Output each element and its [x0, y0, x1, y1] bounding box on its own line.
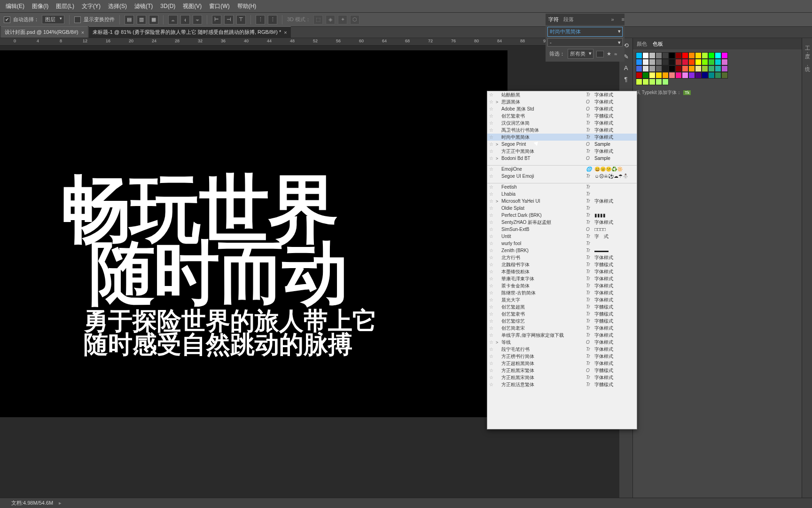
- menu-icon[interactable]: ≡: [622, 16, 625, 22]
- favorite-star-icon[interactable]: ☆: [489, 198, 496, 204]
- close-icon[interactable]: ×: [81, 30, 84, 35]
- font-list-item[interactable]: ☆SentyZHAO 新蒂赵孟頫Tr字体样式: [487, 219, 637, 226]
- font-list-item[interactable]: ☆>思源黑体O字体样式: [487, 98, 637, 105]
- favorite-star-icon[interactable]: ☆: [489, 142, 496, 147]
- menu-image[interactable]: 图像(I): [28, 2, 52, 10]
- align-icon[interactable]: ▤: [125, 15, 134, 24]
- favorite-star-icon[interactable]: ☆: [489, 127, 496, 133]
- font-list-item[interactable]: ☆>等线O字体样式: [487, 339, 637, 346]
- font-list-item[interactable]: ☆Adobe 黑体 StdO字体样式: [487, 105, 637, 112]
- font-list-item[interactable]: ☆段宁毛笔行书Tr字体样式: [487, 346, 637, 353]
- font-list-item[interactable]: ☆站酷酷黑Tr字体样式: [487, 91, 637, 98]
- font-list-item[interactable]: ☆创艺繁超黑Tr字體樣式: [487, 303, 637, 310]
- favorite-star-icon[interactable]: ☆: [489, 269, 496, 274]
- favorite-star-icon[interactable]: ☆: [489, 113, 496, 119]
- favorite-star-icon[interactable]: ☆: [489, 184, 496, 190]
- swatch[interactable]: [702, 52, 708, 59]
- auto-select-checkbox[interactable]: ✔: [4, 16, 10, 23]
- character-tab[interactable]: 字符: [548, 16, 559, 23]
- font-list-item[interactable]: ☆北方行书Tr字体样式: [487, 254, 637, 261]
- favorite-star-icon[interactable]: ☆: [489, 368, 496, 373]
- favorite-star-icon[interactable]: ☆: [489, 135, 496, 140]
- font-list-item[interactable]: ☆FeetishTr: [487, 183, 637, 190]
- align-top-icon[interactable]: ⫠: [168, 15, 178, 24]
- favorite-icon[interactable]: ★: [607, 51, 611, 57]
- favorite-star-icon[interactable]: ☆: [489, 297, 496, 302]
- font-list-item[interactable]: ☆Oldie SplatTr: [487, 205, 637, 212]
- filter-dropdown[interactable]: 所有类: [568, 49, 593, 59]
- favorite-star-icon[interactable]: ☆: [489, 290, 496, 295]
- menu-3d[interactable]: 3D(D): [156, 3, 179, 9]
- font-list-item[interactable]: ☆方正粗活意繁体Tr字體樣式: [487, 381, 637, 388]
- collapse-icon[interactable]: »: [611, 16, 614, 22]
- filter-icon[interactable]: [596, 51, 604, 57]
- font-list-item[interactable]: ☆汉仪润艺体简Tr字体样式: [487, 119, 637, 127]
- swatch[interactable]: [675, 52, 682, 59]
- favorite-star-icon[interactable]: ☆: [489, 325, 496, 331]
- font-list-item[interactable]: ☆LhabiaTr: [487, 190, 637, 198]
- favorite-star-icon[interactable]: ☆: [489, 347, 496, 352]
- font-list-item[interactable]: ☆>Bodoni Bd BTOSample: [487, 155, 637, 162]
- font-list-item[interactable]: ☆Perfect Dark (BRK)Tr▮▮▮▮: [487, 212, 637, 219]
- font-list-item[interactable]: ☆北魏楷书字体Tr字體樣式: [487, 261, 637, 268]
- swatch[interactable]: [636, 52, 642, 59]
- font-list-item[interactable]: ☆创艺繁隶书Tr字體樣式: [487, 112, 637, 119]
- collapsed-tab[interactable]: 度：: [802, 46, 812, 58]
- font-list-item[interactable]: ☆方正粗黑宋繁体O字體樣式: [487, 367, 637, 374]
- favorite-star-icon[interactable]: ☆: [489, 361, 496, 366]
- favorite-star-icon[interactable]: ☆: [489, 234, 496, 239]
- font-list-item[interactable]: ☆创艺繁隶书Tr字體樣式: [487, 310, 637, 318]
- distribute-icon[interactable]: ⋮: [256, 15, 265, 24]
- swatch[interactable]: [682, 52, 688, 59]
- swatch[interactable]: [656, 52, 662, 59]
- favorite-star-icon[interactable]: ☆: [489, 241, 496, 246]
- swatch[interactable]: [642, 52, 649, 59]
- font-list-item[interactable]: ☆wurly foolTr: [487, 240, 637, 247]
- swatches-tab[interactable]: 色板: [653, 40, 663, 48]
- favorite-star-icon[interactable]: ☆: [489, 354, 496, 359]
- favorite-star-icon[interactable]: ☆: [489, 262, 496, 267]
- artboard[interactable]: 畅玩世界 随时而动 勇于探险世界的旅人带上它 随时感受自然跳动的脉搏: [0, 50, 508, 417]
- favorite-star-icon[interactable]: ☆: [489, 156, 496, 161]
- font-style-dropdown[interactable]: -: [547, 38, 623, 47]
- menu-select[interactable]: 选择(S): [104, 2, 131, 10]
- paragraph-tab[interactable]: 段落: [563, 16, 574, 23]
- color-tab[interactable]: 颜色: [637, 40, 647, 48]
- font-list-item[interactable]: ☆方正粗黑宋简体Tr字体样式: [487, 374, 637, 381]
- swatch[interactable]: [669, 52, 675, 59]
- expand-icon[interactable]: >: [496, 156, 500, 161]
- font-list-item[interactable]: ☆创艺简老宋Tr字体样式: [487, 325, 637, 332]
- font-list-item[interactable]: ☆茶卡食金简体Tr字体样式: [487, 282, 637, 289]
- font-list-item[interactable]: ☆方正超粗黑简体Tr字体样式: [487, 360, 637, 367]
- headline-1[interactable]: 畅玩世界: [61, 175, 337, 243]
- menu-view[interactable]: 视图(V): [179, 2, 205, 10]
- document-tab[interactable]: 未标题-1 @ 81% (勇于探险世界的旅人带上它 随时感受自然跳动的脉搏, R…: [89, 26, 291, 38]
- font-list-item[interactable]: ☆SimSun-ExtBO□□□□: [487, 226, 637, 233]
- menu-help[interactable]: 帮助(H): [234, 2, 260, 10]
- align-bottom-icon[interactable]: ⫟: [193, 15, 202, 24]
- collapsed-tab[interactable]: 工: [802, 38, 812, 46]
- favorite-star-icon[interactable]: ☆: [489, 283, 496, 288]
- favorite-star-icon[interactable]: ☆: [489, 220, 496, 225]
- type-panel-icon[interactable]: A: [621, 63, 631, 73]
- font-list-item[interactable]: ☆>Microsoft YaHei UITr字体样式: [487, 198, 637, 205]
- headline-2[interactable]: 随时而动: [89, 242, 347, 305]
- favorite-star-icon[interactable]: ☆: [489, 311, 496, 317]
- align-left-icon[interactable]: ⊢: [212, 15, 221, 24]
- swatch[interactable]: [708, 52, 715, 59]
- align-hcenter-icon[interactable]: ⊣: [224, 15, 234, 24]
- menu-filter[interactable]: 滤镜(T): [131, 2, 156, 10]
- font-list-item[interactable]: ☆方正正中黑简体Tr字体样式: [487, 148, 637, 155]
- similar-icon[interactable]: ≈: [614, 51, 617, 57]
- favorite-star-icon[interactable]: ☆: [489, 227, 496, 232]
- favorite-star-icon[interactable]: ☆: [489, 276, 496, 281]
- font-list-item[interactable]: ☆创艺繁综艺Tr字體樣式: [487, 318, 637, 325]
- favorite-star-icon[interactable]: ☆: [489, 213, 496, 218]
- favorite-star-icon[interactable]: ☆: [489, 375, 496, 380]
- favorite-star-icon[interactable]: ☆: [489, 304, 496, 310]
- swatch[interactable]: [662, 52, 669, 59]
- status-menu-icon[interactable]: ▸: [59, 500, 62, 506]
- favorite-star-icon[interactable]: ☆: [489, 120, 496, 126]
- font-list-item[interactable]: ☆单线字库,做字网独家定做下载Tr字体样式: [487, 332, 637, 339]
- favorite-star-icon[interactable]: ☆: [489, 248, 496, 253]
